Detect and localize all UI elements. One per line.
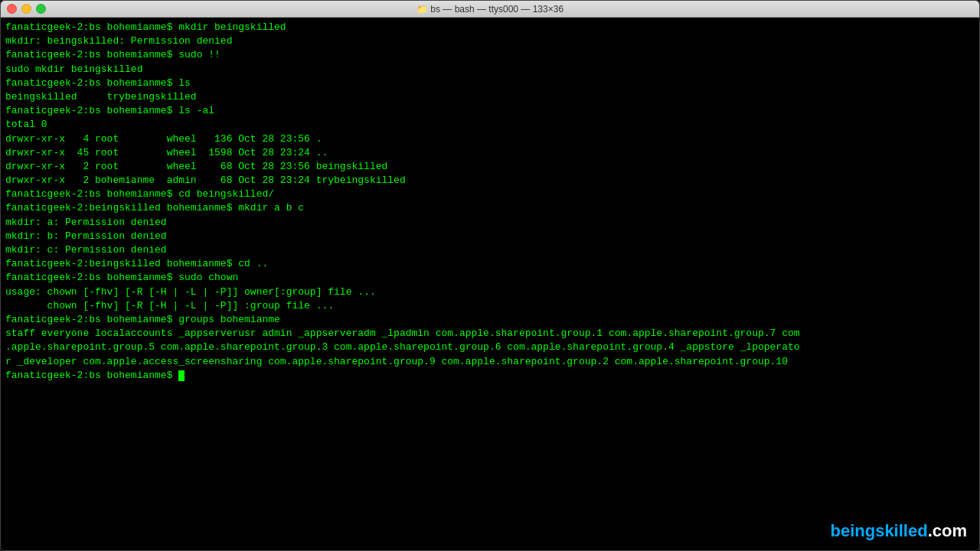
terminal-cursor <box>178 370 185 381</box>
window-title: 📁 bs — bash — ttys000 — 133×36 <box>416 4 564 15</box>
titlebar: 📁 bs — bash — ttys000 — 133×36 <box>1 1 979 18</box>
watermark-text-colored: beingskilled <box>830 521 927 540</box>
minimize-button[interactable] <box>21 4 31 14</box>
maximize-button[interactable] <box>36 4 46 14</box>
terminal-output: fanaticgeek-2:bs bohemianme$ mkdir being… <box>5 21 975 383</box>
folder-icon: 📁 <box>416 4 430 15</box>
terminal-body[interactable]: fanaticgeek-2:bs bohemianme$ mkdir being… <box>1 18 979 550</box>
watermark: beingskilled.com <box>830 521 967 541</box>
watermark-text-white: .com <box>928 521 967 540</box>
close-button[interactable] <box>7 4 17 14</box>
traffic-lights <box>7 4 46 14</box>
terminal-window: 📁 bs — bash — ttys000 — 133×36 fanaticge… <box>0 0 980 551</box>
